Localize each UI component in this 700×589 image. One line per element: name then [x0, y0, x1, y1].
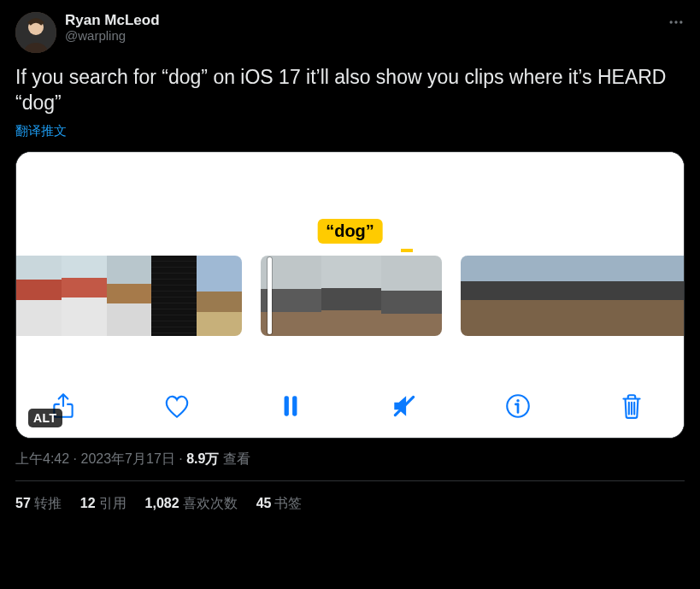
author-names: Ryan McLeod @warpling: [65, 12, 160, 43]
thumb: [540, 256, 580, 336]
speaker-muted-icon[interactable]: [388, 390, 421, 422]
display-name[interactable]: Ryan McLeod: [65, 12, 160, 29]
clip-group-2[interactable]: [261, 256, 442, 336]
quotes-stat[interactable]: 12引用: [80, 495, 126, 513]
media-card[interactable]: “dog”: [15, 151, 685, 439]
thumb: [580, 256, 621, 336]
thumb: [461, 256, 501, 336]
handle[interactable]: @warpling: [65, 28, 160, 43]
meta-row: 上午4:422023年7月17日8.9万 查看: [15, 451, 685, 468]
playhead[interactable]: [268, 257, 272, 334]
timeline-strip[interactable]: [16, 256, 684, 336]
svg-point-4: [679, 21, 682, 23]
retweets-stat[interactable]: 57转推: [15, 495, 62, 513]
thumb: [107, 256, 152, 336]
thumb: [660, 256, 685, 336]
tweet-time[interactable]: 上午4:42: [15, 451, 69, 466]
clip-group-3[interactable]: [461, 256, 685, 336]
translate-link[interactable]: 翻译推文: [15, 123, 685, 139]
thumb: [321, 256, 382, 336]
stats-row: 57转推 12引用 1,082喜欢次数 45书签: [15, 481, 685, 513]
tweet: Ryan McLeod @warpling If you search for …: [0, 0, 700, 513]
svg-point-3: [674, 21, 677, 23]
views-label: 查看: [219, 451, 250, 466]
info-icon[interactable]: [502, 390, 534, 422]
svg-rect-6: [292, 396, 297, 415]
playhead-marker: [401, 249, 413, 252]
search-term-badge: “dog”: [317, 219, 383, 244]
avatar[interactable]: [15, 12, 56, 53]
thumb: [501, 256, 541, 336]
tweet-header: Ryan McLeod @warpling: [15, 12, 685, 53]
thumb: [621, 256, 661, 336]
media-inner: “dog”: [16, 152, 684, 438]
thumb: [16, 256, 62, 336]
views-count[interactable]: 8.9万: [186, 451, 219, 466]
tweet-text: If you search for “dog” on iOS 17 it’ll …: [15, 65, 685, 116]
svg-rect-5: [285, 396, 289, 415]
thumb: [151, 256, 197, 336]
svg-point-2: [670, 21, 673, 23]
bookmarks-stat[interactable]: 45书签: [256, 495, 303, 513]
pause-icon[interactable]: [274, 390, 307, 422]
svg-point-9: [516, 399, 519, 402]
thumb: [381, 256, 442, 336]
thumb: [197, 256, 242, 336]
likes-stat[interactable]: 1,082喜欢次数: [145, 495, 238, 513]
trash-icon[interactable]: [615, 390, 648, 422]
more-button[interactable]: [664, 10, 688, 34]
tweet-date[interactable]: 2023年7月17日: [80, 451, 174, 466]
heart-icon[interactable]: [161, 390, 193, 422]
thumb: [62, 256, 107, 336]
clip-group-1[interactable]: [16, 256, 242, 336]
media-toolbar: [16, 390, 684, 422]
alt-badge[interactable]: ALT: [28, 409, 62, 427]
